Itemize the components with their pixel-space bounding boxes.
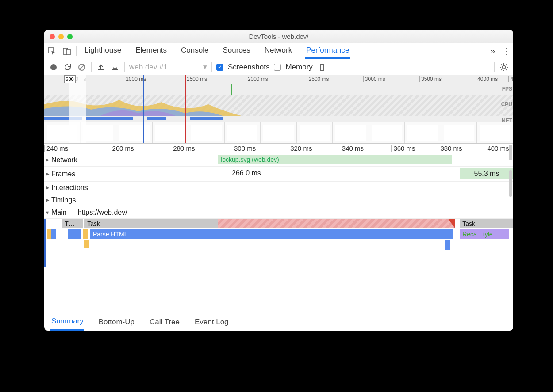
- ruler-tick: 400 ms: [485, 145, 509, 152]
- reload-icon[interactable]: [63, 62, 73, 72]
- parse-html-bar[interactable]: Parse HTML: [90, 229, 454, 239]
- screenshots-checkbox[interactable]: ✓: [216, 64, 223, 71]
- trash-icon[interactable]: [317, 62, 327, 72]
- network-item[interactable]: lockup.svg (web.dev): [218, 155, 452, 164]
- record-icon[interactable]: [49, 62, 58, 72]
- device-toolbar-icon[interactable]: [59, 43, 74, 59]
- recalc-style-label: Reca…tyle: [462, 231, 492, 238]
- tab-performance[interactable]: Performance: [305, 43, 350, 59]
- titlebar: DevTools - web.dev/: [44, 30, 513, 43]
- script-bar[interactable]: [68, 229, 81, 239]
- task-bar-label: Task: [87, 220, 100, 227]
- overview-tick: 2000 ms: [246, 76, 268, 82]
- ruler-tick: 360 ms: [391, 145, 415, 152]
- clear-icon[interactable]: [77, 62, 87, 72]
- overview-handle-label: 500: [65, 76, 73, 82]
- script-bar[interactable]: [84, 240, 89, 248]
- main-flamechart[interactable]: T… Task Task Parse HTML Reca…tyle: [44, 219, 513, 267]
- svg-line-14: [506, 69, 507, 70]
- profile-selector[interactable]: web.dev #1 ▾: [129, 62, 207, 72]
- window-title: DevTools - web.dev/: [44, 33, 513, 40]
- overview-tick: 4000 ms: [476, 76, 498, 82]
- details-tab-call-tree[interactable]: Call Tree: [149, 314, 180, 330]
- details-tab-summary[interactable]: Summary: [50, 313, 84, 331]
- memory-label: Memory: [285, 63, 312, 72]
- network-track[interactable]: ▶ Network lockup.svg (web.dev): [44, 153, 513, 167]
- details-tab-bottom-up[interactable]: Bottom-Up: [98, 314, 135, 330]
- parse-html-label: Parse HTML: [93, 231, 128, 238]
- timings-track[interactable]: ▶ Timings: [44, 194, 513, 206]
- settings-gear-icon[interactable]: [499, 62, 509, 72]
- overview-fps-label: FPS: [502, 86, 512, 92]
- long-task-stripe: [218, 219, 455, 228]
- detail-ruler: 240 ms260 ms280 ms300 ms320 ms340 ms360 …: [44, 144, 513, 153]
- tab-sources[interactable]: Sources: [222, 43, 251, 59]
- vertical-scrollbar[interactable]: [509, 170, 512, 197]
- task-bar-label: T…: [65, 220, 75, 227]
- overview-tick: 2500 ms: [307, 76, 329, 82]
- expand-icon[interactable]: ▶: [44, 157, 50, 163]
- overview-net-label: NET: [502, 118, 512, 124]
- tab-elements[interactable]: Elements: [134, 43, 168, 59]
- svg-line-16: [506, 64, 507, 65]
- task-bar[interactable]: Task: [84, 219, 455, 228]
- timeline-cursor: [44, 219, 46, 267]
- more-options-icon[interactable]: ⋮: [500, 46, 513, 56]
- recalc-style-bar[interactable]: Reca…tyle: [460, 229, 509, 239]
- svg-line-15: [501, 69, 502, 70]
- tabs-overflow-icon[interactable]: »: [489, 43, 496, 59]
- performance-toolbar: web.dev #1 ▾ ✓ Screenshots Memory: [44, 59, 513, 75]
- script-bar[interactable]: [51, 229, 56, 239]
- overview-screenshots: [44, 122, 513, 143]
- tab-lighthouse[interactable]: Lighthouse: [84, 43, 122, 59]
- network-track-label: Network: [50, 156, 77, 164]
- overview-selection[interactable]: [69, 75, 86, 143]
- ruler-tick: 340 ms: [340, 145, 364, 152]
- script-bar[interactable]: [445, 240, 450, 250]
- svg-point-8: [503, 65, 506, 69]
- save-profile-icon[interactable]: [110, 62, 120, 72]
- overview-red-marker: [185, 75, 186, 143]
- frame-duration-right: 55.3 ms: [474, 170, 499, 178]
- load-profile-icon[interactable]: [96, 62, 106, 72]
- expand-icon[interactable]: ▶: [44, 185, 50, 190]
- tab-network[interactable]: Network: [264, 43, 293, 59]
- overview-tick: 45: [508, 76, 513, 82]
- long-task-warning-icon: [448, 219, 455, 228]
- memory-checkbox[interactable]: [274, 64, 281, 71]
- tab-console[interactable]: Console: [180, 43, 209, 59]
- interactions-track[interactable]: ▶ Interactions: [44, 182, 513, 194]
- ruler-tick: 320 ms: [288, 145, 312, 152]
- main-track-label: Main — https://web.dev/: [50, 209, 127, 217]
- svg-line-5: [80, 65, 84, 69]
- inspect-element-icon[interactable]: [44, 43, 59, 59]
- expand-icon[interactable]: ▶: [44, 171, 50, 177]
- network-item-label: lockup.svg (web.dev): [221, 156, 279, 163]
- details-tab-event-log[interactable]: Event Log: [194, 314, 230, 330]
- ruler-tick: 300 ms: [232, 145, 256, 152]
- collapse-icon[interactable]: ▼: [44, 210, 50, 215]
- frame-block-right[interactable]: 55.3 ms: [460, 168, 513, 179]
- separator: [498, 46, 498, 56]
- overview-tick: 3500 ms: [419, 76, 442, 82]
- task-bar[interactable]: T…: [62, 219, 83, 228]
- overview-timeline[interactable]: 500s1000 ms1500 ms2000 ms2500 ms3000 ms3…: [44, 75, 513, 144]
- overview-blue-marker: [143, 75, 144, 143]
- overview-selection-handle[interactable]: 500: [64, 75, 76, 83]
- vertical-scrollbar[interactable]: [509, 145, 512, 160]
- overview-net-lane: [44, 117, 513, 121]
- task-bar[interactable]: Task: [460, 219, 513, 228]
- overview-fps-bars: [68, 84, 232, 95]
- overview-cpu-lane: [44, 95, 513, 116]
- separator: [211, 62, 212, 72]
- ruler-tick: 380 ms: [438, 145, 462, 152]
- script-bar[interactable]: [83, 229, 88, 239]
- panel-tabs: LighthouseElementsConsoleSourcesNetworkP…: [84, 43, 350, 59]
- main-track-header[interactable]: ▼ Main — https://web.dev/: [44, 206, 513, 219]
- svg-rect-2: [66, 49, 70, 55]
- flamechart-area[interactable]: 240 ms260 ms280 ms300 ms320 ms340 ms360 …: [44, 144, 513, 313]
- screenshots-label: Screenshots: [228, 63, 270, 72]
- expand-icon[interactable]: ▶: [44, 197, 50, 203]
- separator: [76, 46, 77, 56]
- frames-track[interactable]: ▶ Frames 266.0 ms 55.3 ms: [44, 167, 513, 182]
